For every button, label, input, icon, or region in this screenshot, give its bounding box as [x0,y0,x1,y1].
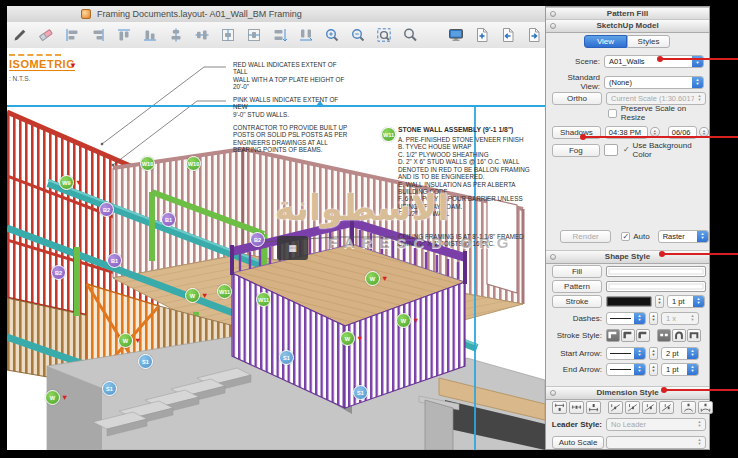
render-button[interactable]: Render [560,230,611,243]
next-page-icon[interactable] [525,26,542,43]
fog-button[interactable]: Fog [552,144,600,157]
dim-slope-vertical-button[interactable] [659,401,674,414]
butt-cap-button[interactable] [657,329,671,342]
previous-page-icon[interactable] [499,26,516,43]
add-page-icon[interactable] [473,26,490,43]
stroke-button[interactable]: Stroke [552,295,602,308]
tab-styles[interactable]: Styles [627,35,670,48]
stroke-width-stepper[interactable] [655,295,664,308]
disclosure-icon[interactable] [550,11,556,17]
model-tag-s1: S1 [138,354,153,369]
auto-render-checkbox[interactable] [621,232,630,241]
eraser-icon[interactable] [37,26,54,43]
projecting-cap-button[interactable] [687,329,701,342]
auto-scale-button[interactable]: Auto Scale [552,436,604,449]
round-cap-button[interactable] [672,329,686,342]
bevel-join-button[interactable] [636,329,650,342]
search-icon[interactable] [401,26,418,43]
align-right-icon[interactable] [89,26,106,43]
sketchup-model-section-header[interactable]: SketchUp Model [546,19,709,33]
center-horizontally-icon[interactable] [193,26,210,43]
pen-icon[interactable] [11,26,28,43]
align-left-icon[interactable] [63,26,80,43]
preserve-scale-checkbox[interactable] [608,109,617,118]
stroke-swatch[interactable] [606,296,652,307]
space-evenly-vertical-icon[interactable] [271,26,288,43]
model-tag-s1: S1 [353,385,368,400]
leader-style-dropdown[interactable]: No Leader [606,418,706,431]
stroke-width-dropdown[interactable]: 1 pt [667,295,705,308]
start-arrow-label: Start Arrow: [546,349,602,358]
dim-text-above-button[interactable] [586,401,601,414]
dim-text-below-button[interactable] [552,401,567,414]
model-tag-w11: W11 [256,292,271,307]
round-join-button[interactable] [621,329,635,342]
align-top-icon[interactable] [115,26,132,43]
presentation-icon[interactable] [447,26,464,43]
dash-scale-dropdown[interactable]: 1 x [661,312,699,325]
disclosure-icon[interactable] [550,390,556,396]
pattern-swatch[interactable] [606,281,706,292]
dim-slope-aligned-button[interactable] [625,401,640,414]
dash-scale-stepper[interactable] [649,312,658,325]
center-vertically-icon[interactable] [167,26,184,43]
miter-join-button[interactable] [606,329,620,342]
model-tag-w10: W10 [140,156,155,171]
window-title: Framing Documents.layout- A01_Wall_BM Fr… [97,9,302,19]
annotation-red-wall: RED WALL INDICATES EXTENT OF TALL WALL W… [233,61,351,91]
dim-text-centered-button[interactable] [569,401,584,414]
dropdown-arrows-icon [697,230,708,243]
dropdown-arrows-icon [634,312,645,325]
standard-view-dropdown[interactable]: (None) [604,76,704,89]
start-arrow-dropdown[interactable] [606,347,646,360]
ortho-button[interactable]: Ortho [552,92,602,105]
dim-slope-above-button[interactable] [642,401,657,414]
toolbar-left-group [11,26,418,43]
model-tag-w11: W11 [381,127,396,142]
scene-label: Scene: [546,57,600,66]
dim-slope-horizontal-button[interactable] [608,401,623,414]
dimension-scale-dropdown[interactable] [606,436,706,449]
dropdown-arrows-icon [634,363,645,376]
end-arrow-size-dropdown[interactable]: 1 pt [661,363,699,376]
zoom-to-fit-icon[interactable] [375,26,392,43]
model-tag-w: W [45,390,60,405]
standard-view-label: Standard View: [546,73,600,91]
document-canvas[interactable]: ISOMETRIC ▼ : N.T.S. RED WALL INDICATES … [7,48,545,450]
space-evenly-horizontal-icon[interactable] [297,26,314,43]
dim-arc-inside-button[interactable] [681,401,696,414]
dropdown-arrows-icon [694,418,705,431]
annotation-contractor: CONTRACTOR TO PROVIDE BUILT UP POSTS OR … [233,124,351,154]
end-arrow-dropdown[interactable] [606,363,646,376]
use-background-checkbox[interactable] [622,146,631,155]
fog-color-well[interactable] [604,144,618,156]
dashes-dropdown[interactable] [606,312,646,325]
callout-line [664,389,738,391]
callout-dot [580,134,586,140]
end-arrow-stepper[interactable] [649,363,658,376]
start-arrow-stepper[interactable] [649,347,658,360]
disclosure-icon[interactable] [550,23,556,29]
model-tag-w9: W9 [59,175,74,190]
toolbar [7,22,545,49]
model-tag-b1: B1 [107,253,122,268]
start-arrow-size-dropdown[interactable]: 2 pt [661,347,699,360]
tab-view[interactable]: View [584,35,627,48]
red-marker-arrow-icon: ▼ [381,274,388,283]
align-bottom-icon[interactable] [141,26,158,43]
fill-swatch[interactable] [606,266,706,277]
fill-button[interactable]: Fill [552,265,602,278]
dropdown-arrows-icon [694,436,705,449]
pattern-button[interactable]: Pattern [552,280,602,293]
render-mode-dropdown[interactable]: Raster [658,230,709,243]
scale-dropdown[interactable]: Current Scale (1:30.6017) [606,92,706,105]
callout-line [583,136,738,138]
disclosure-icon[interactable] [550,254,556,260]
center-on-page-vertical-icon[interactable] [219,26,236,43]
dropdown-arrows-icon [692,55,703,68]
zoom-out-icon[interactable] [349,26,366,43]
scene-dropdown[interactable]: A01_Walls [604,55,704,68]
center-on-page-horizontal-icon[interactable] [245,26,262,43]
dim-arc-outside-button[interactable] [698,401,713,414]
zoom-in-icon[interactable] [323,26,340,43]
